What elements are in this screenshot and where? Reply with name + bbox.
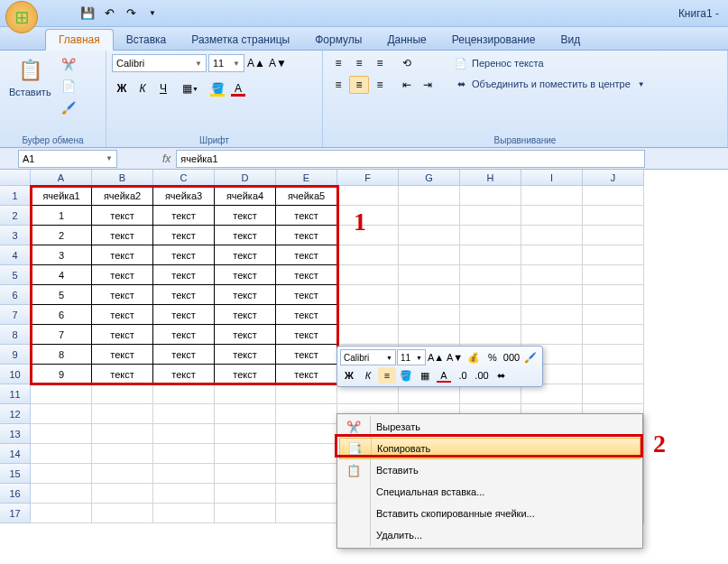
cell[interactable]: текст [276,345,337,365]
cell[interactable] [521,325,583,345]
cell[interactable] [92,424,153,444]
cell[interactable] [460,285,521,305]
bold-button[interactable]: Ж [112,79,132,97]
align-middle-icon[interactable]: ≡ [349,54,369,72]
cell[interactable] [153,384,215,404]
cell[interactable] [153,504,215,523]
font-name-combo[interactable]: Calibri▼ [112,54,207,72]
name-box[interactable]: A1▼ [18,150,117,168]
tab-view[interactable]: Вид [548,30,593,50]
cell[interactable] [399,186,460,206]
cell[interactable] [215,384,276,404]
cell[interactable]: текст [215,206,276,226]
underline-button[interactable]: Ч [153,79,173,97]
cell[interactable] [521,305,583,325]
copy-icon[interactable]: 📄 [59,76,78,96]
cell[interactable] [460,186,521,206]
row-header[interactable]: 11 [0,384,31,404]
cell[interactable] [337,384,399,404]
cell[interactable] [337,226,399,245]
mini-bold-button[interactable]: Ж [340,367,358,384]
column-header[interactable]: B [92,170,153,186]
mini-percent-icon[interactable]: % [484,349,502,365]
align-bottom-icon[interactable]: ≡ [370,54,390,72]
context-cut[interactable]: ✂️ Вырезать [339,416,640,438]
cell[interactable] [460,226,521,245]
cell[interactable]: текст [153,345,215,365]
cell[interactable]: текст [92,365,153,384]
cell[interactable]: текст [215,365,276,384]
format-painter-icon[interactable]: 🖌️ [59,97,78,117]
cell[interactable] [92,484,153,504]
cell[interactable] [276,444,337,464]
increase-indent-icon[interactable]: ⇥ [418,76,438,94]
cell[interactable] [337,325,399,345]
cut-icon[interactable]: ✂️ [59,54,78,74]
cell[interactable]: текст [215,226,276,245]
cell[interactable]: текст [153,245,215,265]
row-header[interactable]: 15 [0,464,31,484]
cell[interactable] [92,504,153,523]
mini-comma-icon[interactable]: 000 [502,349,521,365]
cell[interactable]: текст [153,265,215,285]
cell[interactable]: 7 [31,325,92,345]
cell[interactable]: текст [92,305,153,325]
tab-review[interactable]: Рецензирование [439,30,548,50]
row-header[interactable]: 14 [0,444,31,464]
cell[interactable] [92,464,153,484]
cell[interactable] [583,384,644,404]
cell[interactable]: ячейка5 [276,186,337,206]
tab-page-layout[interactable]: Разметка страницы [179,30,302,50]
mini-merge-icon[interactable]: ⬌ [492,367,510,384]
mini-fill-color-icon[interactable]: 🪣 [397,367,415,384]
cell[interactable] [276,424,337,444]
cell[interactable] [583,186,644,206]
row-header[interactable]: 6 [0,285,31,305]
cell[interactable] [337,206,399,226]
context-paste-special[interactable]: Специальная вставка... [339,481,640,503]
office-button[interactable]: ⊞ [5,1,38,33]
row-header[interactable]: 9 [0,345,31,365]
cell[interactable]: текст [276,206,337,226]
context-copy[interactable]: 📑 Копировать [339,438,640,459]
paste-button[interactable]: 📋 Вставить [5,54,55,99]
cell[interactable] [583,245,644,265]
cell[interactable] [521,265,583,285]
cell[interactable] [399,285,460,305]
cell[interactable] [337,285,399,305]
row-header[interactable]: 3 [0,226,31,245]
row-header[interactable]: 8 [0,325,31,345]
cell[interactable]: текст [153,206,215,226]
wrap-text-button[interactable]: 📄Перенос текста [448,54,650,72]
mini-decrease-decimal-icon[interactable]: .0 [454,367,472,384]
row-header[interactable]: 1 [0,186,31,206]
mini-font-color-icon[interactable]: A [435,367,453,384]
cell[interactable]: текст [215,345,276,365]
row-header[interactable]: 2 [0,206,31,226]
cell[interactable] [31,484,92,504]
cell[interactable] [215,504,276,523]
cell[interactable] [276,484,337,504]
align-right-icon[interactable]: ≡ [370,76,390,94]
column-header[interactable]: I [521,170,583,186]
mini-size-combo[interactable]: 11▼ [397,349,426,365]
cell[interactable] [31,464,92,484]
cell[interactable] [583,365,644,384]
cell[interactable]: текст [215,305,276,325]
tab-data[interactable]: Данные [374,30,438,50]
cell[interactable] [31,424,92,444]
mini-grow-font-icon[interactable]: A▲ [427,349,445,365]
cell[interactable] [31,404,92,424]
align-center-icon[interactable]: ≡ [349,76,369,94]
cell[interactable] [153,444,215,464]
cell[interactable] [276,384,337,404]
cell[interactable] [31,384,92,404]
cell[interactable] [399,206,460,226]
column-header[interactable]: J [583,170,644,186]
column-header[interactable]: F [337,170,399,186]
mini-increase-decimal-icon[interactable]: .00 [473,367,491,384]
shrink-font-icon[interactable]: A▼ [268,54,288,72]
cell[interactable] [399,325,460,345]
cell[interactable] [215,484,276,504]
cell[interactable] [215,464,276,484]
